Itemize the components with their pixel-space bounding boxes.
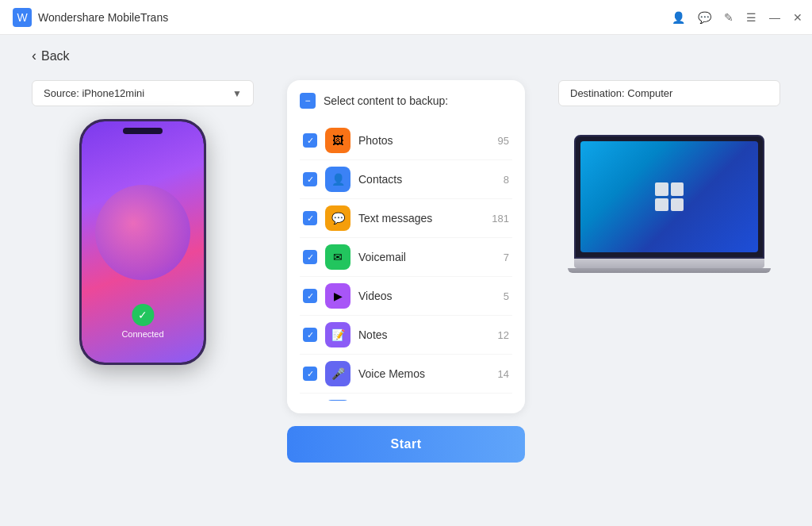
- phone-container: ✓ Connected: [32, 119, 254, 365]
- item-name: Notes: [358, 328, 490, 341]
- item-icon: 📝: [325, 322, 350, 347]
- center-panel: − Select content to backup: ✓🖼Photos95✓👤…: [287, 80, 525, 463]
- close-icon[interactable]: ✕: [793, 11, 802, 24]
- back-arrow-icon: ‹: [32, 48, 36, 64]
- item-icon: 👤: [325, 167, 350, 192]
- content-card: − Select content to backup: ✓🖼Photos95✓👤…: [287, 80, 525, 413]
- laptop-screen-outer: [574, 135, 764, 259]
- item-name: Contacts: [358, 173, 496, 186]
- computer-container: [558, 119, 780, 273]
- windows-logo: [655, 182, 684, 211]
- checkbox[interactable]: ✓: [303, 328, 317, 342]
- phone-wallpaper-circle: [95, 185, 190, 280]
- win-quad-2: [671, 182, 684, 196]
- destination-label: Destination: Computer: [558, 80, 780, 106]
- item-name: Photos: [358, 134, 490, 147]
- list-item[interactable]: ✓💬Text messages181: [300, 199, 512, 238]
- list-item[interactable]: ✓📝Notes12: [300, 316, 512, 355]
- item-name: Voice Memos: [358, 367, 490, 380]
- item-icon: ✉: [325, 244, 350, 270]
- item-count: 14: [498, 368, 509, 380]
- main-layout: Source: iPhone12mini ▼ ✓ Connected: [32, 80, 780, 506]
- laptop-illustration: [574, 135, 764, 273]
- item-name: Videos: [358, 290, 496, 302]
- checkbox[interactable]: ✓: [303, 250, 317, 264]
- item-count: 5: [504, 290, 509, 302]
- left-panel: Source: iPhone12mini ▼ ✓ Connected: [32, 80, 254, 365]
- item-name: Voicemail: [358, 251, 496, 263]
- svg-text:W: W: [17, 11, 28, 24]
- connected-badge: ✓ Connected: [121, 304, 163, 339]
- item-count: 181: [492, 213, 509, 225]
- source-dropdown[interactable]: Source: iPhone12mini ▼: [32, 80, 254, 106]
- list-item[interactable]: ✓🎤Voice Memos14: [300, 355, 512, 394]
- item-count: 7: [504, 251, 509, 263]
- laptop-screen: [580, 141, 758, 252]
- checkbox[interactable]: ✓: [303, 367, 317, 381]
- item-count: 95: [498, 135, 509, 147]
- list-item[interactable]: ✓🖼Photos95: [300, 121, 512, 160]
- back-button[interactable]: ‹ Back: [32, 48, 780, 64]
- win-quad-3: [655, 198, 668, 212]
- item-icon: 🎤: [325, 361, 350, 386]
- laptop-base: [574, 259, 764, 268]
- win-quad-1: [655, 182, 668, 196]
- checkbox[interactable]: ✓: [303, 211, 317, 225]
- item-icon: ▶: [325, 283, 350, 309]
- window-controls: 👤 💬 ✎ ☰ — ✕: [672, 11, 802, 24]
- app-title: Wondershare MobileTrans: [38, 11, 168, 24]
- dropdown-arrow-icon: ▼: [232, 88, 242, 99]
- checkbox[interactable]: ✓: [303, 133, 317, 148]
- source-label: Source: iPhone12mini: [44, 87, 144, 99]
- item-count: 8: [504, 174, 509, 186]
- chat-icon[interactable]: 💬: [698, 11, 711, 24]
- app-logo: W: [13, 8, 32, 27]
- laptop-bottom: [568, 268, 771, 273]
- select-header: − Select content to backup:: [300, 93, 512, 112]
- start-button[interactable]: Start: [287, 426, 525, 463]
- connected-icon: ✓: [132, 304, 154, 326]
- back-label: Back: [41, 49, 70, 63]
- checkbox[interactable]: ✓: [303, 172, 317, 186]
- select-header-text: Select content to backup:: [324, 94, 448, 107]
- item-icon: 💬: [325, 205, 350, 231]
- select-all-icon[interactable]: −: [300, 93, 316, 109]
- item-count: 12: [498, 329, 509, 341]
- item-icon: 🖼: [325, 128, 350, 153]
- content-list[interactable]: ✓🖼Photos95✓👤Contacts8✓💬Text messages181✓…: [300, 121, 512, 401]
- phone-illustration: ✓ Connected: [79, 119, 206, 365]
- titlebar: W Wondershare MobileTrans 👤 💬 ✎ ☰ — ✕: [0, 0, 812, 35]
- user-icon[interactable]: 👤: [672, 11, 685, 24]
- list-item[interactable]: ✓▶Videos5: [300, 277, 512, 316]
- win-quad-4: [671, 198, 684, 212]
- edit-icon[interactable]: ✎: [724, 11, 733, 24]
- list-item[interactable]: 🚫Contact blacklist4: [300, 394, 512, 401]
- list-item[interactable]: ✓✉Voicemail7: [300, 238, 512, 277]
- right-panel: Destination: Computer: [558, 80, 780, 273]
- phone-notch: [123, 128, 163, 134]
- item-name: Text messages: [358, 212, 484, 225]
- menu-icon[interactable]: ☰: [746, 11, 756, 24]
- main-content: ‹ Back Source: iPhone12mini ▼ ✓ Connecte…: [0, 35, 812, 526]
- connected-label: Connected: [121, 329, 163, 339]
- item-icon: 🚫: [325, 400, 350, 401]
- minimize-icon[interactable]: —: [769, 11, 780, 24]
- checkbox[interactable]: ✓: [303, 289, 317, 303]
- list-item[interactable]: ✓👤Contacts8: [300, 160, 512, 199]
